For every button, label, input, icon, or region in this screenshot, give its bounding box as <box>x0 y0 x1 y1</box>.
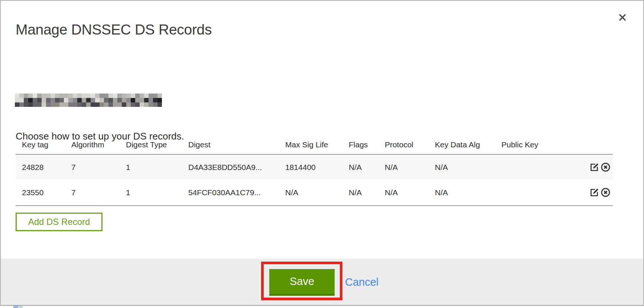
cell-public-key <box>495 154 557 180</box>
mosaic-block <box>28 94 33 98</box>
mosaic-block <box>73 94 77 98</box>
mosaic-block <box>42 102 46 107</box>
mosaic-block <box>59 94 64 98</box>
mosaic-block <box>28 102 33 107</box>
table-row: 23550 7 1 54FCF030AA1C79... N/A N/A N/A … <box>16 180 613 206</box>
mosaic-block <box>46 98 51 102</box>
table-row: 24828 7 1 D4A33E8DD550A9... 1814400 N/A … <box>16 154 613 180</box>
mosaic-block <box>15 102 19 107</box>
mosaic-block <box>82 94 86 98</box>
mosaic-block <box>108 98 113 102</box>
column-header-public-key: Public Key <box>495 135 557 154</box>
mosaic-block <box>157 98 162 102</box>
mosaic-block <box>140 98 144 102</box>
mosaic-block <box>42 94 46 98</box>
mosaic-block <box>113 102 117 107</box>
column-header-key-data-alg: Key Data Alg <box>429 135 495 154</box>
mosaic-block <box>122 102 126 107</box>
mosaic-block <box>122 98 126 102</box>
mosaic-block <box>113 98 117 102</box>
cell-key-data-alg: N/A <box>429 154 495 180</box>
mosaic-block <box>144 94 149 98</box>
mosaic-block <box>140 102 144 107</box>
mosaic-block <box>149 94 153 98</box>
mosaic-block <box>68 94 73 98</box>
mosaic-block <box>33 94 37 98</box>
mosaic-block <box>144 98 149 102</box>
mosaic-block <box>117 98 122 102</box>
cell-actions <box>557 180 613 206</box>
mosaic-block <box>37 98 42 102</box>
mosaic-block <box>86 94 91 98</box>
screenshot-stage: Manage DNSSEC DS Records Choose how to s… <box>0 0 644 308</box>
mosaic-block <box>37 94 42 98</box>
cell-algorithm: 7 <box>65 154 120 180</box>
mosaic-block <box>46 94 51 98</box>
mosaic-block <box>153 98 157 102</box>
mosaic-block <box>19 102 24 107</box>
cell-flags: N/A <box>342 154 378 180</box>
redacted-domain-name <box>15 94 162 107</box>
mosaic-block <box>68 102 73 107</box>
mosaic-block <box>144 102 149 107</box>
add-ds-record-button[interactable]: Add DS Record <box>16 213 103 231</box>
cell-protocol: N/A <box>378 154 429 180</box>
save-button[interactable]: Save <box>269 269 335 296</box>
mosaic-block <box>135 102 140 107</box>
mosaic-block <box>135 94 140 98</box>
mosaic-block <box>51 94 55 98</box>
mosaic-block <box>82 98 86 102</box>
mosaic-block <box>153 94 157 98</box>
mosaic-block <box>77 102 82 107</box>
cell-max-sig-life: 1814400 <box>279 154 342 180</box>
mosaic-block <box>59 98 64 102</box>
mosaic-block <box>131 98 135 102</box>
mosaic-block <box>157 94 162 98</box>
mosaic-block <box>117 94 122 98</box>
mosaic-block <box>33 102 37 107</box>
mosaic-block <box>19 94 24 98</box>
mosaic-block <box>113 94 117 98</box>
close-button[interactable] <box>617 13 628 23</box>
mosaic-block <box>55 94 59 98</box>
edit-record-button[interactable] <box>589 187 599 197</box>
mosaic-block <box>140 94 144 98</box>
mosaic-block <box>37 102 42 107</box>
mosaic-block <box>149 102 153 107</box>
mosaic-block <box>19 98 24 102</box>
mosaic-block <box>24 98 28 102</box>
mosaic-block <box>104 94 108 98</box>
edit-icon <box>589 168 599 173</box>
mosaic-block <box>59 102 64 107</box>
mosaic-block <box>91 98 95 102</box>
edit-record-button[interactable] <box>589 162 599 172</box>
column-header-actions <box>557 135 613 154</box>
mosaic-block <box>95 98 100 102</box>
mosaic-block <box>68 98 73 102</box>
mosaic-block <box>33 98 37 102</box>
cell-algorithm: 7 <box>65 180 120 206</box>
save-button-highlight-annotation: Save <box>261 262 342 300</box>
cell-digest: D4A33E8DD550A9... <box>182 154 279 180</box>
mosaic-block <box>24 102 28 107</box>
table-header-row: Key tag Algorithm Digest Type Digest Max… <box>16 135 613 154</box>
delete-record-button[interactable] <box>600 187 611 198</box>
mosaic-block <box>51 98 55 102</box>
mosaic-block <box>64 94 68 98</box>
mosaic-block <box>149 98 153 102</box>
mosaic-block <box>100 102 104 107</box>
column-header-protocol: Protocol <box>378 135 429 154</box>
mosaic-block <box>108 94 113 98</box>
ds-records-table: Key tag Algorithm Digest Type Digest Max… <box>16 135 613 206</box>
mosaic-block <box>91 94 95 98</box>
close-icon <box>618 17 627 23</box>
cancel-link[interactable]: Cancel <box>345 276 378 288</box>
column-header-max-sig-life: Max Sig Life <box>279 135 342 154</box>
cell-key-tag: 24828 <box>16 154 65 180</box>
mosaic-block <box>86 98 91 102</box>
mosaic-block <box>77 98 82 102</box>
cell-key-data-alg: N/A <box>429 180 495 206</box>
mosaic-block <box>46 102 51 107</box>
cell-digest-type: 1 <box>120 154 182 180</box>
delete-record-button[interactable] <box>600 162 611 173</box>
